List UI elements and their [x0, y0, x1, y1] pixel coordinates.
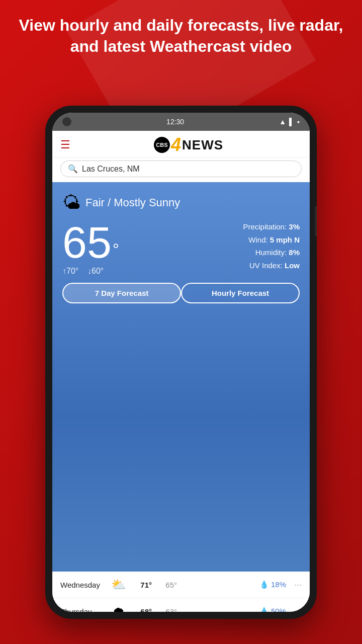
tab-7day[interactable]: 7 Day Forecast: [62, 283, 181, 303]
precip-wednesday: 💧 18%: [182, 580, 286, 589]
phone-frame: 12:30 ▲ ▌ ▪ ☰ CBS 4 NEWS 🔍 Las Cruces,: [45, 106, 317, 619]
weather-details: Precipitation: 3% Wind: 5 mph N Humidity…: [243, 220, 300, 272]
phone-screen: 12:30 ▲ ▌ ▪ ☰ CBS 4 NEWS 🔍 Las Cruces,: [52, 113, 310, 612]
forecast-list: Wednesday ⛅ 71° 65° 💧 18% ··· Thursday 🌧…: [52, 572, 310, 612]
hi-thursday: 68°: [132, 607, 152, 612]
lo-wednesday: 65°: [157, 581, 177, 589]
more-thursday[interactable]: ···: [291, 606, 302, 612]
temp-degrees: 65: [62, 217, 112, 267]
status-bar: 12:30 ▲ ▌ ▪: [52, 113, 310, 131]
camera-icon: [62, 117, 71, 126]
lo-thursday: 63°: [157, 607, 177, 612]
forecast-tabs: 7 Day Forecast Hourly Forecast: [62, 283, 300, 303]
day-thursday: Thursday: [60, 607, 106, 612]
temp-row: 65° ↑70° ↓60° Precipitation: 3% Wind: 5 …: [62, 220, 300, 276]
logo-area: CBS 4 NEWS: [75, 136, 302, 154]
forecast-row-thursday: Thursday 🌧 68° 63° 💧 50% ···: [52, 598, 310, 612]
temp-lo: ↓60°: [87, 267, 104, 275]
hi-lo: ↑70° ↓60°: [62, 267, 119, 276]
status-icons: ▲ ▌ ▪: [279, 118, 300, 126]
search-input-wrap[interactable]: 🔍 Las Cruces, NM: [60, 160, 302, 177]
search-input[interactable]: Las Cruces, NM: [82, 165, 140, 174]
search-icon: 🔍: [68, 164, 78, 174]
tab-hourly[interactable]: Hourly Forecast: [181, 283, 300, 303]
side-button: [315, 206, 317, 236]
wifi-icon: ▲: [279, 118, 286, 126]
current-condition: 🌤 Fair / Mostly Sunny: [62, 192, 300, 213]
condition-text: Fair / Mostly Sunny: [85, 196, 180, 209]
hi-wednesday: 71°: [132, 581, 152, 589]
battery-icon: ▪: [297, 118, 300, 126]
humidity-row: Humidity: 8%: [243, 246, 300, 259]
cbs-logo: CBS: [154, 137, 170, 153]
wind-row: Wind: 5 mph N: [243, 233, 300, 247]
uv-row: UV Index: Low: [243, 259, 300, 272]
promo-header: View hourly and daily forecasts, live ra…: [15, 15, 347, 57]
temp-hi: ↑70°: [62, 267, 78, 275]
precipitation-row: Precipitation: 3%: [243, 220, 300, 233]
forecast-row-wednesday: Wednesday ⛅ 71° 65° 💧 18% ···: [52, 572, 310, 598]
icon-wednesday: ⛅: [111, 578, 127, 592]
app-logo: CBS 4 NEWS: [154, 136, 223, 154]
day-wednesday: Wednesday: [60, 581, 106, 589]
degree-symbol: °: [113, 240, 119, 258]
menu-icon[interactable]: ☰: [60, 138, 70, 151]
search-bar: 🔍 Las Cruces, NM: [52, 157, 310, 182]
big-temp: 65° ↑70° ↓60°: [62, 220, 119, 276]
status-time: 12:30: [166, 118, 184, 126]
precip-thursday: 💧 50%: [182, 607, 286, 612]
weather-content: 🌤 Fair / Mostly Sunny 65° ↑70° ↓60° Prec…: [52, 182, 310, 572]
logo-number: 4: [171, 136, 181, 154]
signal-icon: ▌: [289, 118, 294, 126]
condition-icon: 🌤: [62, 192, 80, 213]
more-wednesday[interactable]: ···: [291, 580, 302, 590]
logo-news: NEWS: [182, 137, 223, 153]
icon-thursday: 🌧: [111, 604, 127, 612]
app-header: ☰ CBS 4 NEWS: [52, 131, 310, 157]
